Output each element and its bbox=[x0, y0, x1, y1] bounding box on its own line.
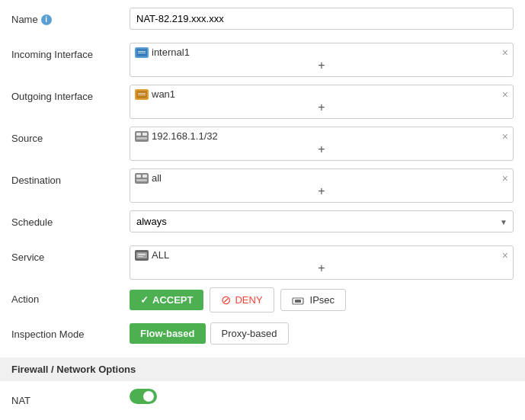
source-add[interactable]: + bbox=[135, 142, 508, 157]
source-box: 192.168.1.1/32 × + bbox=[130, 127, 514, 161]
incoming-interface-row: Incoming Interface internal1 × + bbox=[11, 43, 514, 77]
service-label: Service bbox=[11, 245, 130, 263]
source-remove[interactable]: × bbox=[502, 131, 508, 142]
svg-rect-18 bbox=[138, 254, 146, 255]
incoming-interface-add[interactable]: + bbox=[135, 58, 508, 73]
svg-rect-13 bbox=[136, 175, 141, 178]
incoming-interface-tag-text: internal1 bbox=[152, 46, 190, 58]
nat-toggle[interactable] bbox=[130, 389, 157, 404]
outgoing-interface-add[interactable]: + bbox=[135, 100, 508, 115]
name-input[interactable] bbox=[130, 8, 514, 30]
outgoing-interface-box: wan1 × + bbox=[130, 85, 514, 119]
source-row: Source 192.168.1.1/32 × + bbox=[11, 127, 514, 161]
service-row: Service ALL × + bbox=[11, 245, 514, 280]
outgoing-interface-row: Outgoing Interface wan1 × + bbox=[11, 85, 514, 119]
destination-label: Destination bbox=[11, 168, 130, 186]
svg-rect-14 bbox=[142, 175, 147, 178]
svg-rect-19 bbox=[138, 256, 143, 257]
nat-label: NAT bbox=[11, 389, 130, 406]
destination-add[interactable]: + bbox=[135, 184, 508, 199]
schedule-select[interactable]: always bbox=[130, 210, 514, 232]
schedule-row: Schedule always bbox=[11, 210, 514, 238]
svg-rect-10 bbox=[142, 133, 147, 136]
incoming-interface-label: Incoming Interface bbox=[11, 43, 130, 60]
deny-label: DENY bbox=[235, 294, 262, 306]
inspection-mode-label: Inspection Mode bbox=[11, 322, 130, 340]
destination-tag-text: all bbox=[152, 172, 162, 184]
outgoing-interface-label: Outgoing Interface bbox=[11, 85, 130, 102]
outgoing-interface-tag: wan1 bbox=[135, 88, 175, 100]
service-add[interactable]: + bbox=[135, 261, 508, 276]
svg-rect-2 bbox=[138, 51, 146, 52]
action-label: Action bbox=[11, 287, 130, 305]
nat-row: NAT bbox=[11, 389, 514, 416]
service-remove[interactable]: × bbox=[502, 250, 508, 261]
ipsec-icon bbox=[292, 294, 306, 306]
proxy-based-button[interactable]: Proxy-based bbox=[210, 322, 289, 345]
incoming-interface-box: internal1 × + bbox=[130, 43, 514, 77]
outgoing-interface-remove[interactable]: × bbox=[502, 89, 508, 100]
toggle-slider bbox=[130, 389, 157, 404]
ipsec-button[interactable]: IPsec bbox=[280, 289, 347, 311]
incoming-interface-remove[interactable]: × bbox=[502, 47, 508, 58]
service-icon bbox=[135, 250, 149, 261]
deny-button[interactable]: ⊘ DENY bbox=[210, 287, 274, 313]
accept-check-icon: ✓ bbox=[140, 294, 149, 306]
inspection-buttons: Flow-based Proxy-based bbox=[130, 322, 514, 345]
destination-remove[interactable]: × bbox=[502, 173, 508, 184]
interface-icon bbox=[135, 47, 149, 58]
inspection-mode-row: Inspection Mode Flow-based Proxy-based bbox=[11, 322, 514, 350]
firewall-section-title: Firewall / Network Options bbox=[0, 357, 525, 381]
svg-rect-9 bbox=[136, 133, 141, 136]
svg-rect-17 bbox=[136, 252, 147, 258]
deny-circle-icon: ⊘ bbox=[221, 293, 231, 307]
nat-toggle-container bbox=[130, 389, 157, 404]
svg-rect-6 bbox=[138, 93, 146, 94]
svg-rect-21 bbox=[295, 300, 301, 303]
accept-label: ACCEPT bbox=[152, 294, 193, 306]
service-tag: ALL bbox=[135, 249, 169, 261]
svg-rect-11 bbox=[136, 137, 147, 139]
source-tag: 192.168.1.1/32 bbox=[135, 130, 218, 142]
name-label: Name i bbox=[11, 8, 130, 25]
name-label-text: Name bbox=[11, 14, 38, 25]
svg-rect-15 bbox=[136, 179, 147, 181]
destination-tag: all bbox=[135, 172, 162, 184]
source-tag-text: 192.168.1.1/32 bbox=[152, 130, 218, 142]
accept-button[interactable]: ✓ ACCEPT bbox=[130, 290, 203, 310]
source-icon bbox=[135, 131, 149, 142]
action-row: Action ✓ ACCEPT ⊘ DENY IPsec bbox=[11, 287, 514, 315]
source-label: Source bbox=[11, 127, 130, 144]
schedule-label: Schedule bbox=[11, 210, 130, 228]
destination-row: Destination all × + bbox=[11, 168, 514, 203]
destination-box: all × + bbox=[130, 168, 514, 203]
info-icon[interactable]: i bbox=[41, 14, 52, 25]
action-buttons: ✓ ACCEPT ⊘ DENY IPsec bbox=[130, 287, 514, 313]
service-tag-text: ALL bbox=[152, 249, 169, 261]
name-row: Name i bbox=[11, 8, 514, 35]
svg-rect-3 bbox=[138, 53, 146, 53]
destination-icon bbox=[135, 173, 149, 184]
ipsec-label: IPsec bbox=[310, 294, 335, 306]
svg-rect-7 bbox=[138, 95, 146, 95]
incoming-interface-tag: internal1 bbox=[135, 46, 190, 58]
outgoing-interface-tag-text: wan1 bbox=[152, 88, 175, 100]
service-box: ALL × + bbox=[130, 245, 514, 280]
wan-interface-icon bbox=[135, 89, 149, 100]
schedule-select-wrapper: always bbox=[130, 210, 514, 232]
flow-based-button[interactable]: Flow-based bbox=[130, 323, 206, 344]
